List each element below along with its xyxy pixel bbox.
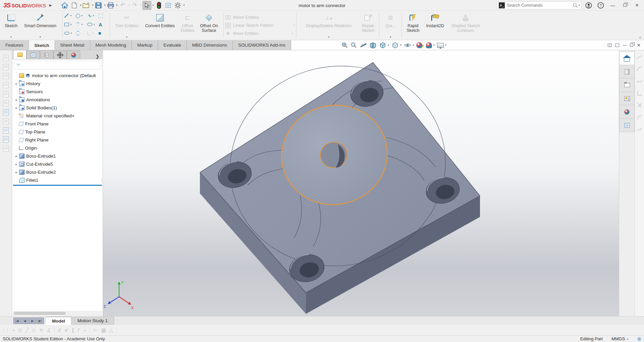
snap-quadrant-icon[interactable]: ◇ [32,327,36,333]
expander-icon[interactable]: ▸ [14,154,19,158]
slot-tool-button[interactable]: ▾ [63,32,75,35]
trim-entities-dropdown[interactable]: ▾ [126,36,127,40]
rollback-bar[interactable] [13,185,102,186]
select-tool-dropdown[interactable]: ▾ [153,4,154,7]
save-dropdown[interactable]: ▾ [104,4,106,7]
linear-sketch-pattern-dropdown[interactable]: ▾ [293,24,295,27]
tree-item-cut-extrude5[interactable]: ▸ Cut-Extrude5 [12,160,103,168]
snap-grid-dim-icon[interactable]: ⊢ [94,327,98,333]
tree-item-top-plane[interactable]: Top Plane [12,128,103,136]
snap-length-icon[interactable]: ⌐ [84,327,87,333]
save-button[interactable] [94,1,103,10]
ink-spline-icon[interactable] [636,78,643,84]
circle-dropdown[interactable]: ▾ [82,14,83,17]
left-toolbar-button-8[interactable] [3,118,9,124]
expander-icon[interactable]: ▸ [14,106,19,110]
repair-sketch-button[interactable]: Repair Sketch [359,11,377,40]
tab-mbd-dimensions[interactable]: MBD Dimensions [187,40,233,50]
snap-point-icon[interactable]: • [13,327,14,333]
rapid-sketch-button[interactable]: Rapid Sketch [404,11,422,40]
circle-tool-button[interactable]: ▾ [75,14,86,18]
toolbar-drag-handle[interactable]: ⋮⋮ [1,328,9,333]
visualize-button[interactable] [155,1,163,10]
tree-root[interactable]: motor to arm connector (Default [12,71,103,79]
snap-perpendicular-icon[interactable]: ⊀ [64,327,68,333]
tree-item-annotations[interactable]: ▸ Annotations [12,96,103,104]
redo-dropdown[interactable]: ▾ [141,4,142,7]
view-orientation-dropdown[interactable]: ▾ [388,44,389,47]
display-delete-relations-button[interactable]: ⊥◉ Display/Delete Relations ▾ [299,11,359,40]
edit-appearance-button[interactable] [416,42,424,49]
print-button[interactable] [106,1,115,10]
tree-item-front-plane[interactable]: Front Plane [12,120,103,128]
sketch-fillet-tool-button[interactable]: ▾ [86,31,98,35]
tab-mesh-modeling[interactable]: Mesh Modeling [90,40,132,50]
left-toolbar-button-11[interactable] [3,146,9,152]
tab-solidworks-add-ins[interactable]: SOLIDWORKS Add-Ins [233,40,291,50]
expander-icon[interactable]: ▸ [14,98,19,102]
tree-item-boss-extrude1[interactable]: ▸ Boss-Extrude1 [12,152,103,160]
hide-show-dropdown[interactable]: ▾ [413,44,414,47]
open-button[interactable] [82,1,91,10]
search-input[interactable] [507,3,573,8]
apply-scene-dropdown[interactable]: ▾ [433,44,435,47]
arc-dropdown[interactable]: ▾ [82,23,83,26]
offset-entities-button[interactable]: ⊏ Offset Entities [178,11,197,40]
search-scope-dropdown[interactable]: ▾ [579,4,580,7]
tab-evaluate[interactable]: Evaluate [158,40,187,50]
line-dropdown[interactable]: ▾ [70,14,72,17]
minimize-button[interactable]: — [608,1,618,10]
split-pane-icon[interactable] [608,44,612,47]
trim-entities-button[interactable]: ✂ Trim Entities ▾ [112,11,142,40]
undo-dropdown[interactable]: ▾ [128,4,130,7]
ellipse-dropdown[interactable]: ▾ [94,23,95,26]
left-toolbar-button-1[interactable] [3,55,9,61]
doc-minimize-button[interactable]: — [623,43,627,48]
mirror-entities-button[interactable]: Mirror Entities [225,14,295,21]
nav-last-button[interactable]: ▶| [37,318,44,324]
search-commands-box[interactable]: >_ ▾ [497,1,582,9]
snap-midpoint-icon[interactable]: ∠ [47,327,51,333]
left-toolbar-button-10[interactable] [3,136,9,142]
account-button[interactable] [584,1,594,10]
part-model[interactable]: Y X Z [103,50,619,316]
text-tool-button[interactable]: A [98,22,109,27]
box-select-tool-button[interactable] [98,14,109,18]
apply-scene-button[interactable]: ▾ [426,42,435,48]
taskpane-home-button[interactable] [619,52,635,65]
spline-dropdown[interactable]: ▾ [93,14,94,17]
display-delete-relations-dropdown[interactable]: ▾ [328,36,329,40]
nav-prev-button[interactable]: ◀ [21,318,29,324]
offset-on-surface-button[interactable]: Offset On Surface [197,11,221,40]
tab-model[interactable]: Model [46,317,71,325]
tab-feature-tree[interactable] [13,50,26,59]
move-entities-dropdown[interactable]: ▾ [292,32,293,35]
snap-parallel-icon[interactable]: ∥ [71,327,74,333]
tree-horizontal-scrollbar[interactable] [13,311,102,316]
print-dropdown[interactable]: ▾ [116,4,118,7]
select-tool-button[interactable] [143,1,151,10]
close-button[interactable]: × [632,1,642,10]
units-selector[interactable]: MMGS ▴ [611,336,628,341]
expander-icon[interactable]: ▸ [14,82,19,86]
redo-button[interactable]: ↷ [130,1,139,10]
slot-dropdown[interactable]: ▾ [71,32,72,35]
ink-corner-icon[interactable] [636,90,643,97]
new-pane-icon[interactable] [615,44,619,47]
expander-icon[interactable]: ▸ [14,170,19,174]
taskpane-appearances-button[interactable] [619,105,635,119]
scrollbar-thumb[interactable] [14,312,65,315]
tree-item-material[interactable]: Material <not specified> [12,112,103,120]
snap-tangent-icon[interactable]: ∂ [58,327,60,333]
tab-sketch[interactable]: Sketch [29,40,55,50]
left-toolbar-button-6[interactable] [3,100,9,106]
tab-configuration-manager[interactable] [40,51,53,59]
search-magnifier-icon[interactable] [573,3,578,8]
taskpane-custom-properties-button[interactable] [619,119,635,132]
smart-dimension-button[interactable]: Smart Dimension ▾ [20,11,60,40]
move-entities-button[interactable]: ✥ Move Entities ▾ [225,30,295,37]
tab-features[interactable]: Features [0,40,29,50]
sketch-button[interactable]: Sketch ▾ [2,11,20,40]
view-orientation-button[interactable]: ▾ [379,42,389,49]
tab-motion-study-1[interactable]: Motion Study 1 [71,317,114,325]
